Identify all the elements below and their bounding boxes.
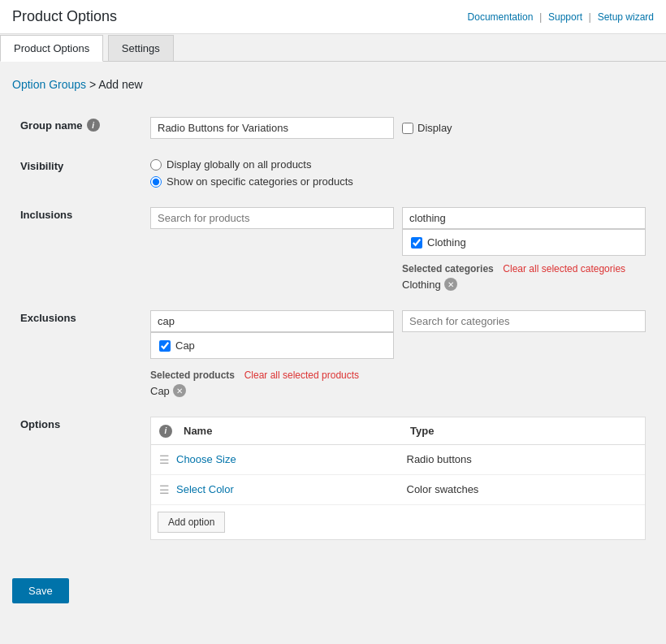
- options-table-header: i Name Type: [151, 417, 645, 445]
- page-title: Product Options: [12, 8, 117, 25]
- breadcrumb-current: Add new: [98, 78, 142, 91]
- tabs-bar: Product Options Settings: [0, 34, 666, 62]
- clear-categories-link[interactable]: Clear all selected categories: [503, 263, 625, 274]
- bottom-bar: Save: [0, 566, 666, 616]
- category-tag-clothing: Clothing ✕: [402, 278, 457, 291]
- selected-products-list: Cap ✕: [150, 381, 646, 397]
- visibility-radio-group: Display globally on all products Show on…: [150, 158, 646, 188]
- group-name-field-row: Display: [150, 117, 646, 139]
- breadcrumb: Option Groups > Add new: [12, 78, 654, 91]
- exclusions-row: Exclusions Cap: [12, 300, 654, 407]
- product-tag-remove[interactable]: ✕: [173, 384, 186, 397]
- exclusion-category-input[interactable]: [402, 310, 646, 332]
- selected-products-label: Selected products: [150, 370, 235, 381]
- product-tag-label: Cap: [150, 385, 170, 397]
- category-result-clothing[interactable]: Clothing: [403, 231, 645, 253]
- category-tag-label: Clothing: [402, 279, 441, 291]
- visibility-row: Visibility Display globally on all produ…: [12, 149, 654, 197]
- visibility-radio-specific[interactable]: [150, 176, 162, 188]
- form-table: Group name i Display: [12, 107, 654, 550]
- main-content: Option Groups > Add new Group name i: [0, 62, 666, 566]
- options-name-header: Name: [184, 425, 410, 437]
- drag-handle-choose-size[interactable]: ☰: [159, 453, 170, 466]
- visibility-radio-global[interactable]: [150, 159, 162, 171]
- exclusion-product-input[interactable]: [150, 310, 394, 332]
- clear-products-link[interactable]: Clear all selected products: [244, 370, 359, 381]
- exclusion-cap-checkbox[interactable]: [159, 340, 171, 352]
- save-button[interactable]: Save: [12, 578, 69, 603]
- group-name-help-icon[interactable]: i: [87, 119, 100, 132]
- option-link-select-color[interactable]: Select Color: [176, 483, 234, 495]
- tab-product-options[interactable]: Product Options: [0, 35, 103, 62]
- exclusion-cap-result[interactable]: Cap: [151, 335, 393, 357]
- options-help-icon[interactable]: i: [159, 424, 184, 438]
- breadcrumb-parent[interactable]: Option Groups: [12, 78, 86, 91]
- display-checkbox-wrapper: Display: [402, 122, 452, 134]
- inclusions-row: Inclusions: [12, 197, 654, 300]
- top-links: Documentation | Support | Setup wizard: [468, 11, 654, 23]
- exclusion-product-results: Cap: [150, 332, 394, 359]
- product-search-wrapper: [150, 207, 394, 229]
- product-tag-cap: Cap ✕: [150, 384, 186, 397]
- category-tag-remove[interactable]: ✕: [444, 278, 457, 291]
- setup-wizard-link[interactable]: Setup wizard: [598, 11, 654, 23]
- group-name-label: Group name i: [20, 119, 134, 132]
- category-panel: Clothing Selected categories Clear all s…: [402, 207, 646, 291]
- exclusion-category-wrapper: [402, 310, 646, 359]
- selected-categories-list: Clothing ✕: [402, 274, 646, 291]
- display-checkbox[interactable]: [402, 123, 413, 134]
- category-result-label: Clothing: [427, 236, 466, 249]
- exclusions-fields-row: Cap: [150, 310, 646, 359]
- add-option-wrapper: Add option: [151, 505, 645, 539]
- top-bar: Product Options Documentation | Support …: [0, 0, 666, 34]
- group-name-input[interactable]: [150, 117, 394, 139]
- category-checkbox-clothing[interactable]: [411, 237, 422, 249]
- add-option-button[interactable]: Add option: [158, 512, 225, 533]
- visibility-option-specific[interactable]: Show on specific categories or products: [150, 175, 646, 188]
- options-type-header: Type: [410, 425, 637, 437]
- selected-products-section: Selected products Clear all selected pro…: [150, 369, 646, 397]
- tab-settings[interactable]: Settings: [108, 35, 174, 61]
- option-link-choose-size[interactable]: Choose Size: [176, 453, 236, 465]
- display-label: Display: [417, 122, 452, 134]
- documentation-link[interactable]: Documentation: [468, 11, 534, 23]
- exclusion-cap-label: Cap: [175, 339, 195, 352]
- options-row: Options i Name Type: [12, 407, 654, 550]
- option-row-select-color: ☰ Select Color Color swatches: [151, 475, 645, 505]
- product-search-input[interactable]: [150, 207, 394, 229]
- options-label: Options: [20, 418, 60, 430]
- options-table: i Name Type ☰ Choose Size Radio buttons: [150, 417, 646, 540]
- option-type-choose-size: Radio buttons: [407, 453, 638, 465]
- support-link[interactable]: Support: [548, 11, 582, 23]
- category-results-box: Clothing: [402, 229, 646, 256]
- visibility-option-global[interactable]: Display globally on all products: [150, 158, 646, 171]
- selected-categories-section: Selected categories Clear all selected c…: [402, 262, 646, 291]
- exclusions-label: Exclusions: [20, 312, 76, 324]
- selected-categories-label: Selected categories: [402, 263, 494, 274]
- category-search-input[interactable]: [402, 207, 646, 229]
- option-row-choose-size: ☰ Choose Size Radio buttons: [151, 445, 645, 475]
- group-name-row: Group name i Display: [12, 107, 654, 149]
- option-type-select-color: Color swatches: [407, 483, 638, 495]
- exclusions-section: Cap Selected products: [150, 310, 646, 397]
- visibility-label: Visibility: [20, 160, 63, 172]
- inclusions-fields: Clothing Selected categories Clear all s…: [150, 207, 646, 291]
- drag-handle-select-color[interactable]: ☰: [159, 483, 170, 496]
- inclusions-label: Inclusions: [20, 209, 72, 221]
- exclusion-product-wrapper: Cap: [150, 310, 394, 359]
